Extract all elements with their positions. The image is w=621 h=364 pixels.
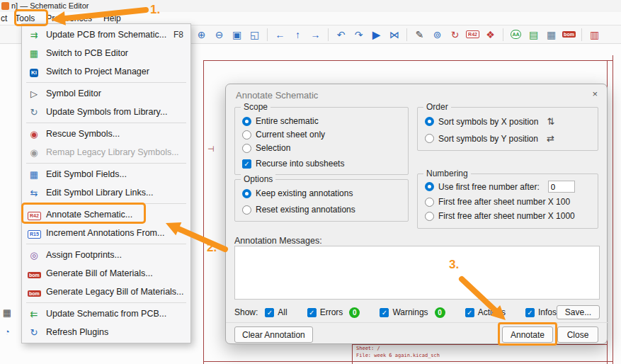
nav-up-icon[interactable]: ↑: [289, 27, 307, 42]
menu-item-update-schematic-from-pcb[interactable]: ⇇ Update Schematic from PCB...: [22, 305, 190, 323]
checkbox-icon[interactable]: [242, 159, 251, 169]
menu-item-label: Rescue Symbols...: [46, 129, 120, 139]
radio-use-first-free-number[interactable]: Use first free number after:: [425, 181, 592, 193]
filter-actions[interactable]: Actions: [465, 307, 506, 317]
menu-item-label: Generate Bill of Materials...: [46, 268, 153, 278]
radio-first-free-x1000[interactable]: First free after sheet number X 1000: [425, 211, 592, 221]
radio-sort-x-position[interactable]: Sort symbols by X position ⇅: [425, 116, 592, 127]
first-free-number-input[interactable]: [548, 181, 575, 193]
zoom-out-icon[interactable]: ⊖: [210, 27, 228, 42]
toolbar-separator: [328, 28, 329, 41]
radio-current-sheet-only[interactable]: Current sheet only: [242, 130, 402, 140]
tools-menu-dropdown: ⇉ Update PCB from Schematic... F8 ▦ Swit…: [21, 23, 191, 343]
bom-icon[interactable]: bom: [560, 27, 578, 42]
text-size-icon[interactable]: AA: [507, 27, 525, 42]
menu-item-update-pcb-from-schematic[interactable]: ⇉ Update PCB from Schematic... F8: [22, 25, 190, 44]
checkbox-icon[interactable]: [380, 308, 389, 317]
menu-item-generate-bom[interactable]: bom Generate Bill of Materials...: [22, 264, 190, 283]
zoom-in-icon[interactable]: ⊕: [193, 27, 210, 42]
menu-item-switch-to-pcb-editor[interactable]: ▦ Switch to PCB Editor: [22, 44, 190, 62]
symbol-fields-table-icon[interactable]: ▦: [542, 27, 560, 42]
toolbar-separator: [503, 28, 503, 41]
radio-icon[interactable]: [425, 134, 434, 143]
annotate-button[interactable]: Annotate: [502, 326, 553, 343]
annotation-messages-box[interactable]: [234, 246, 600, 300]
redo-icon[interactable]: ↷: [350, 27, 368, 42]
radio-selection[interactable]: Selection: [242, 143, 402, 153]
radio-icon[interactable]: [425, 212, 434, 221]
filter-warnings[interactable]: Warnings 0: [380, 307, 445, 318]
title-block-sheet: Sheet: /: [356, 346, 380, 352]
grid-icon[interactable]: ▦: [1, 306, 13, 319]
zoom-fit-icon[interactable]: ▣: [228, 27, 246, 42]
update-symbols-icon[interactable]: ↻: [446, 27, 464, 42]
assign-footprints-icon[interactable]: ▤: [525, 27, 542, 42]
menu-item-generate-legacy-bom[interactable]: bom Generate Legacy Bill of Materials...: [22, 283, 190, 301]
menu-item-label: Edit Symbol Fields...: [46, 169, 127, 179]
radio-entire-schematic[interactable]: Entire schematic: [242, 116, 402, 126]
checkbox-icon[interactable]: [265, 308, 274, 317]
nav-left-icon[interactable]: ←: [271, 27, 289, 42]
menu-separator: [26, 123, 186, 123]
radio-icon[interactable]: [425, 182, 434, 191]
radio-label: First free after sheet number X 1000: [438, 211, 575, 221]
menu-item-rescue-symbols[interactable]: ◉ Rescue Symbols...: [22, 125, 190, 143]
undo-icon[interactable]: ↶: [332, 27, 350, 42]
sort-y-icon: ⇄: [547, 133, 554, 144]
menu-item-label: Switch to PCB Editor: [46, 48, 128, 58]
options-group: Options Keep existing annotations Reset …: [234, 179, 409, 222]
radio-icon[interactable]: [242, 130, 251, 140]
menu-item-switch-to-project-manager[interactable]: Ki Switch to Project Manager: [22, 62, 190, 81]
radio-icon[interactable]: [242, 189, 251, 198]
radio-icon[interactable]: [425, 117, 434, 126]
radio-icon[interactable]: [242, 144, 251, 153]
close-button[interactable]: Close: [557, 326, 598, 343]
radio-sort-y-position[interactable]: Sort symbols by Y position ⇄: [425, 133, 592, 144]
filter-all[interactable]: All: [265, 307, 287, 317]
filter-errors[interactable]: Errors 0: [307, 307, 360, 318]
schematic-setup-icon[interactable]: ✎: [411, 27, 428, 42]
checkbox-icon[interactable]: [525, 308, 535, 317]
menu-item-label: Refresh Plugins: [46, 327, 108, 337]
radio-icon[interactable]: [242, 205, 251, 215]
increment-annotations-icon: R15: [28, 227, 40, 239]
radio-icon[interactable]: [425, 198, 434, 207]
menu-item-update-symbols[interactable]: ↻ Update Symbols from Library...: [22, 103, 190, 121]
menu-item-edit-symbol-fields[interactable]: ▦ Edit Symbol Fields...: [22, 165, 190, 183]
filter-infos[interactable]: Infos: [525, 307, 557, 317]
radio-label: Sort symbols by X position: [438, 117, 538, 127]
zoom-selection-icon[interactable]: ◱: [246, 27, 263, 42]
menu-item-label: Update Schematic from PCB...: [46, 309, 166, 319]
save-button[interactable]: Save...: [557, 305, 600, 319]
simulate-icon[interactable]: ▶: [368, 27, 385, 42]
nav-right-icon[interactable]: →: [307, 27, 324, 42]
radio-icon[interactable]: [242, 117, 251, 126]
clear-annotation-button[interactable]: Clear Annotation: [234, 326, 313, 343]
numbering-legend: Numbering: [423, 169, 471, 178]
menu-separator: [26, 203, 186, 204]
menu-item-annotate-schematic[interactable]: R42 Annotate Schematic...: [22, 205, 190, 224]
checkbox-recurse-subsheets[interactable]: Recurse into subsheets: [242, 159, 402, 169]
update-schematic-icon: ⇇: [28, 309, 40, 319]
erc-icon[interactable]: ❖: [482, 27, 499, 42]
menu-item-assign-footprints[interactable]: ◎ Assign Footprints...: [22, 246, 190, 264]
annotate-toolbar-icon[interactable]: R42: [464, 27, 482, 42]
edge-partial-icon[interactable]: ▥: [586, 27, 603, 42]
menu-item-increment-annotations[interactable]: R15 Increment Annotations From...: [22, 224, 190, 242]
checkbox-icon[interactable]: [307, 308, 317, 317]
menu-partial[interactable]: ct: [0, 12, 9, 25]
close-icon[interactable]: ×: [592, 89, 598, 99]
radio-keep-existing-annotations[interactable]: Keep existing annotations: [242, 188, 402, 198]
search-icon[interactable]: ⊚: [428, 27, 446, 42]
radio-reset-existing-annotations[interactable]: Reset existing annotations: [242, 205, 402, 215]
menu-item-label: Annotate Schematic...: [46, 210, 132, 220]
menu-item-edit-symbol-library-links[interactable]: ⇆ Edit Symbol Library Links...: [22, 183, 190, 202]
radio-first-free-x100[interactable]: First free after sheet number X 100: [425, 197, 592, 207]
mirror-icon[interactable]: ⋈: [385, 27, 403, 42]
menu-item-refresh-plugins[interactable]: ↻ Refresh Plugins: [22, 323, 190, 341]
units-icon[interactable]: ◔: [1, 325, 13, 338]
window-title: n] — Schematic Editor: [11, 1, 89, 10]
callout-step-1: 1.: [150, 3, 160, 17]
checkbox-icon[interactable]: [465, 308, 474, 317]
menu-item-symbol-editor[interactable]: ▷ Symbol Editor: [22, 84, 190, 103]
